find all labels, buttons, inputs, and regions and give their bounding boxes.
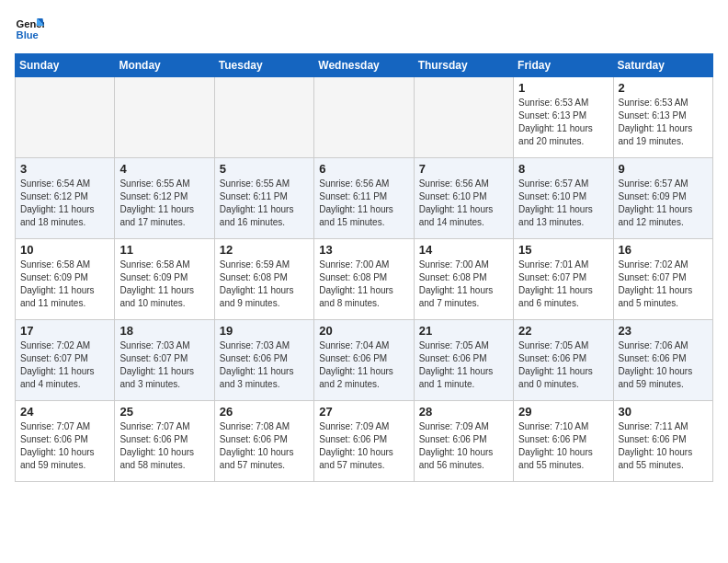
day-info: Sunrise: 6:59 AM Sunset: 6:08 PM Dayligh… [220,259,309,310]
day-info: Sunrise: 7:05 AM Sunset: 6:06 PM Dayligh… [419,339,508,391]
day-info: Sunrise: 7:02 AM Sunset: 6:07 PM Dayligh… [20,339,109,391]
day-info: Sunrise: 7:07 AM Sunset: 6:06 PM Dayligh… [20,420,109,472]
day-number: 28 [419,405,508,419]
day-number: 19 [220,324,309,338]
calendar-cell: 8Sunrise: 6:57 AM Sunset: 6:10 PM Daylig… [514,158,613,239]
calendar-cell: 12Sunrise: 6:59 AM Sunset: 6:08 PM Dayli… [214,239,313,320]
calendar-cell [414,77,513,158]
calendar-cell: 19Sunrise: 7:03 AM Sunset: 6:06 PM Dayli… [214,320,313,401]
calendar-cell: 30Sunrise: 7:11 AM Sunset: 6:06 PM Dayli… [613,401,712,482]
day-info: Sunrise: 6:53 AM Sunset: 6:13 PM Dayligh… [518,97,608,148]
day-number: 6 [319,162,408,176]
day-info: Sunrise: 7:01 AM Sunset: 6:07 PM Dayligh… [518,259,608,310]
day-number: 5 [220,162,309,176]
calendar-cell: 13Sunrise: 7:00 AM Sunset: 6:08 PM Dayli… [314,239,414,320]
day-number: 13 [319,243,408,257]
calendar-week-row: 1Sunrise: 6:53 AM Sunset: 6:13 PM Daylig… [16,77,713,158]
calendar-cell: 23Sunrise: 7:06 AM Sunset: 6:06 PM Dayli… [613,320,712,401]
day-info: Sunrise: 6:55 AM Sunset: 6:12 PM Dayligh… [119,178,209,229]
day-number: 9 [619,162,708,176]
day-number: 20 [319,324,408,338]
calendar-cell: 10Sunrise: 6:58 AM Sunset: 6:09 PM Dayli… [16,239,115,320]
calendar-cell: 27Sunrise: 7:09 AM Sunset: 6:06 PM Dayli… [314,401,414,482]
calendar-cell [214,77,313,158]
calendar-cell: 20Sunrise: 7:04 AM Sunset: 6:06 PM Dayli… [314,320,414,401]
day-info: Sunrise: 7:08 AM Sunset: 6:06 PM Dayligh… [220,420,309,472]
logo-icon: General Blue [15,15,44,44]
day-info: Sunrise: 7:11 AM Sunset: 6:06 PM Dayligh… [619,420,708,472]
day-number: 3 [20,162,109,176]
calendar-cell: 11Sunrise: 6:58 AM Sunset: 6:09 PM Dayli… [115,239,214,320]
calendar-cell: 29Sunrise: 7:10 AM Sunset: 6:06 PM Dayli… [514,401,613,482]
weekday-header-saturday: Saturday [613,54,712,77]
calendar-table: SundayMondayTuesdayWednesdayThursdayFrid… [15,53,713,482]
calendar-cell: 22Sunrise: 7:05 AM Sunset: 6:06 PM Dayli… [514,320,613,401]
day-info: Sunrise: 7:03 AM Sunset: 6:07 PM Dayligh… [119,339,209,391]
day-number: 12 [220,243,309,257]
weekday-header-tuesday: Tuesday [214,54,313,77]
calendar-cell: 21Sunrise: 7:05 AM Sunset: 6:06 PM Dayli… [414,320,513,401]
calendar-cell: 9Sunrise: 6:57 AM Sunset: 6:09 PM Daylig… [613,158,712,239]
day-info: Sunrise: 6:58 AM Sunset: 6:09 PM Dayligh… [119,259,209,310]
day-info: Sunrise: 7:06 AM Sunset: 6:06 PM Dayligh… [619,339,708,391]
day-info: Sunrise: 7:10 AM Sunset: 6:06 PM Dayligh… [518,420,608,472]
calendar-cell: 14Sunrise: 7:00 AM Sunset: 6:08 PM Dayli… [414,239,513,320]
day-number: 2 [619,81,708,95]
logo: General Blue [15,15,44,44]
day-info: Sunrise: 7:04 AM Sunset: 6:06 PM Dayligh… [319,339,408,391]
day-info: Sunrise: 6:57 AM Sunset: 6:09 PM Dayligh… [619,178,708,229]
day-number: 1 [518,81,608,95]
calendar-week-row: 24Sunrise: 7:07 AM Sunset: 6:06 PM Dayli… [16,401,713,482]
calendar-week-row: 10Sunrise: 6:58 AM Sunset: 6:09 PM Dayli… [16,239,713,320]
day-info: Sunrise: 7:00 AM Sunset: 6:08 PM Dayligh… [419,259,508,310]
day-number: 4 [119,162,209,176]
calendar-cell: 1Sunrise: 6:53 AM Sunset: 6:13 PM Daylig… [514,77,613,158]
weekday-header-wednesday: Wednesday [314,54,414,77]
calendar-cell: 17Sunrise: 7:02 AM Sunset: 6:07 PM Dayli… [16,320,115,401]
day-number: 17 [20,324,109,338]
calendar-cell [115,77,214,158]
day-number: 29 [518,405,608,419]
day-number: 24 [20,405,109,419]
day-info: Sunrise: 6:55 AM Sunset: 6:11 PM Dayligh… [220,178,309,229]
calendar-cell: 7Sunrise: 6:56 AM Sunset: 6:10 PM Daylig… [414,158,513,239]
day-info: Sunrise: 7:00 AM Sunset: 6:08 PM Dayligh… [319,259,408,310]
calendar-cell: 26Sunrise: 7:08 AM Sunset: 6:06 PM Dayli… [214,401,313,482]
page-header: General Blue [15,15,713,44]
day-info: Sunrise: 7:02 AM Sunset: 6:07 PM Dayligh… [619,259,708,310]
day-info: Sunrise: 6:57 AM Sunset: 6:10 PM Dayligh… [518,178,608,229]
weekday-header-monday: Monday [115,54,214,77]
day-number: 15 [518,243,608,257]
calendar-cell: 5Sunrise: 6:55 AM Sunset: 6:11 PM Daylig… [214,158,313,239]
day-info: Sunrise: 6:56 AM Sunset: 6:11 PM Dayligh… [319,178,408,229]
day-number: 10 [20,243,109,257]
day-number: 18 [119,324,209,338]
calendar-cell: 24Sunrise: 7:07 AM Sunset: 6:06 PM Dayli… [16,401,115,482]
day-number: 25 [119,405,209,419]
day-number: 16 [619,243,708,257]
day-info: Sunrise: 7:09 AM Sunset: 6:06 PM Dayligh… [319,420,408,472]
day-number: 7 [419,162,508,176]
calendar-cell: 15Sunrise: 7:01 AM Sunset: 6:07 PM Dayli… [514,239,613,320]
day-number: 11 [119,243,209,257]
weekday-header-thursday: Thursday [414,54,513,77]
calendar-week-row: 3Sunrise: 6:54 AM Sunset: 6:12 PM Daylig… [16,158,713,239]
day-info: Sunrise: 6:53 AM Sunset: 6:13 PM Dayligh… [619,97,708,148]
day-number: 22 [518,324,608,338]
calendar-cell: 4Sunrise: 6:55 AM Sunset: 6:12 PM Daylig… [115,158,214,239]
day-info: Sunrise: 7:07 AM Sunset: 6:06 PM Dayligh… [119,420,209,472]
day-number: 30 [619,405,708,419]
day-info: Sunrise: 7:09 AM Sunset: 6:06 PM Dayligh… [419,420,508,472]
calendar-cell [314,77,414,158]
day-number: 26 [220,405,309,419]
weekday-header-row: SundayMondayTuesdayWednesdayThursdayFrid… [16,54,713,77]
day-info: Sunrise: 7:03 AM Sunset: 6:06 PM Dayligh… [220,339,309,391]
day-info: Sunrise: 7:05 AM Sunset: 6:06 PM Dayligh… [518,339,608,391]
weekday-header-sunday: Sunday [16,54,115,77]
day-number: 8 [518,162,608,176]
calendar-cell: 3Sunrise: 6:54 AM Sunset: 6:12 PM Daylig… [16,158,115,239]
calendar-cell: 25Sunrise: 7:07 AM Sunset: 6:06 PM Dayli… [115,401,214,482]
day-info: Sunrise: 6:58 AM Sunset: 6:09 PM Dayligh… [20,259,109,310]
weekday-header-friday: Friday [514,54,613,77]
day-info: Sunrise: 6:54 AM Sunset: 6:12 PM Dayligh… [20,178,109,229]
